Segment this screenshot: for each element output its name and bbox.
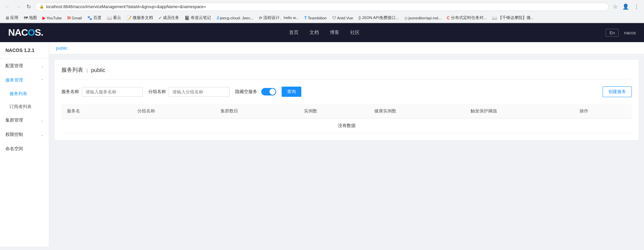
browser-toolbar: ← → ↻ 🔒 localhost:8848/nacos/#/serviceMa… bbox=[0, 0, 644, 13]
col-group-name: 分组名称 bbox=[132, 104, 215, 119]
sidebar-sub-service-list[interactable]: 服务列表 bbox=[0, 87, 49, 100]
col-threshold: 触发保护阈值 bbox=[465, 104, 574, 119]
cluster-management-chevron: ⌄ bbox=[41, 119, 43, 122]
tasks-icon: ✓ bbox=[158, 16, 162, 20]
group-name-group: 分组名称 bbox=[148, 87, 230, 97]
service-table: 服务名 分组名称 集群数目 实例数 健康实例数 触发保护阈值 操作 没有数据 bbox=[61, 104, 632, 133]
content-layout: NACOS 1.2.1 配置管理 ⌄ 服务管理 ⌃ 服务列表 订阅者列表 集群管… bbox=[0, 42, 644, 247]
bookmark-jsonapi-label: JSON API免费接口... bbox=[362, 15, 399, 20]
bookmark-maps[interactable]: 🗺 地图 bbox=[21, 14, 39, 21]
col-service-name: 服务名 bbox=[61, 104, 132, 119]
bookmark-distributed[interactable]: C 分布式定时任务对... bbox=[444, 14, 489, 21]
nav-blog[interactable]: 博客 bbox=[330, 30, 339, 36]
hide-empty-toggle[interactable] bbox=[261, 88, 276, 95]
bookmark-teambition[interactable]: T Teambition bbox=[302, 15, 329, 21]
nav-docs[interactable]: 文档 bbox=[309, 30, 319, 36]
kanyun-icon: 📖 bbox=[107, 16, 112, 20]
hide-empty-label: 隐藏空服务: bbox=[235, 89, 259, 95]
reload-button[interactable]: ↻ bbox=[25, 2, 32, 11]
sidebar-item-permission-control[interactable]: 权限控制 ⌄ bbox=[0, 127, 49, 142]
group-name-label: 分组名称 bbox=[148, 89, 166, 95]
cluster-management-label: 集群管理 bbox=[5, 117, 23, 123]
query-button[interactable]: 查询 bbox=[282, 87, 301, 97]
teambition-icon: T bbox=[304, 16, 307, 20]
bookmark-jsoneditor-label: jsoneditor/api.md... bbox=[409, 16, 441, 20]
bookmark-flow[interactable]: ⟳ 流程设计、hello w... bbox=[257, 14, 301, 21]
address-bar[interactable]: 🔒 localhost:8848/nacos/#/serviceManageme… bbox=[35, 3, 609, 11]
bookmark-antd[interactable]: 🛡 Antd Vue bbox=[330, 15, 356, 21]
bookmark-apps[interactable]: ⊞ 应用 bbox=[3, 14, 21, 21]
bookmark-jeecg-label: jeecg-cloud: Jeec... bbox=[220, 16, 253, 20]
back-button[interactable]: ← bbox=[3, 2, 12, 11]
bookmark-flow-label: 流程设计、hello w... bbox=[263, 15, 299, 20]
bookmark-youtube[interactable]: ▶ YouTube bbox=[40, 15, 64, 21]
top-nav-right: En nacos bbox=[606, 29, 636, 37]
service-name-input[interactable] bbox=[82, 87, 143, 97]
table-body: 没有数据 bbox=[61, 119, 632, 133]
user-label: nacos bbox=[624, 30, 636, 35]
toggle-knob bbox=[269, 89, 276, 95]
language-button[interactable]: En bbox=[606, 29, 619, 37]
breadcrumb-public[interactable]: public bbox=[56, 46, 68, 51]
bookmark-jsoneditor[interactable]: ◇ jsoneditor/api.md... bbox=[402, 15, 444, 21]
bookmark-tasks-label: 成员任务 bbox=[163, 15, 179, 20]
nav-home[interactable]: 首页 bbox=[289, 30, 299, 36]
bookmark-jeecg[interactable]: J jeecg-cloud: Jeec... bbox=[214, 15, 256, 21]
bookmark-gmail[interactable]: M Gmail bbox=[65, 15, 84, 21]
nav-community[interactable]: 社区 bbox=[350, 30, 360, 36]
bookmark-jsonapi[interactable]: {} JSON API免费接口... bbox=[356, 14, 401, 21]
config-management-label: 配置管理 bbox=[5, 63, 23, 69]
bookmark-microservice-label: 微服务文档 bbox=[133, 15, 153, 20]
namespace-label: 命名空间 bbox=[5, 146, 23, 152]
jsoneditor-icon: ◇ bbox=[404, 16, 408, 20]
page-header: 服务列表 | public bbox=[61, 67, 632, 79]
permission-control-label: 权限控制 bbox=[5, 131, 23, 138]
empty-state-text: 没有数据 bbox=[61, 119, 632, 133]
sidebar-item-namespace[interactable]: 命名空间 bbox=[0, 142, 49, 156]
forward-button[interactable]: → bbox=[14, 2, 22, 11]
bookmark-antd-label: Antd Vue bbox=[337, 16, 353, 20]
bookmark-apps-label: 应用 bbox=[10, 15, 18, 20]
bookmarks-bar: ⊞ 应用 🗺 地图 ▶ YouTube M Gmail 🐾 百度 📖 看云 📝 … bbox=[0, 13, 644, 23]
bookmark-baidu-label: 百度 bbox=[93, 15, 101, 20]
bookmark-kanyun[interactable]: 📖 看云 bbox=[105, 14, 124, 21]
bookmark-microservice[interactable]: 📝 微服务文档 bbox=[124, 14, 155, 21]
profile-button[interactable]: 👤 bbox=[621, 2, 630, 11]
nacos-app: NACOS. 首页 文档 博客 社区 En nacos NACOS 1.2.1 … bbox=[0, 23, 644, 247]
service-name-group: 服务名称 bbox=[61, 87, 143, 97]
maps-icon: 🗺 bbox=[24, 16, 28, 20]
col-actions: 操作 bbox=[574, 104, 632, 119]
lock-icon: 🔒 bbox=[39, 4, 44, 9]
baidu-icon: 🐾 bbox=[87, 16, 92, 20]
bookmark-maps-label: 地图 bbox=[29, 15, 37, 20]
service-management-label: 服务管理 bbox=[5, 77, 23, 83]
sidebar-item-config-management[interactable]: 配置管理 ⌄ bbox=[0, 59, 49, 73]
bookmark-notes[interactable]: 📓 有道云笔记 bbox=[182, 14, 213, 21]
service-name-label: 服务名称 bbox=[61, 89, 79, 95]
distributed-icon: C bbox=[447, 16, 450, 20]
search-bar: 服务名称 分组名称 隐藏空服务: 查询 创建服务 bbox=[61, 86, 632, 97]
permission-control-chevron: ⌄ bbox=[41, 133, 43, 137]
bookmark-qianjie[interactable]: 📖 【千锋达摩院】微... bbox=[490, 14, 536, 21]
page-title-namespace: public bbox=[91, 67, 105, 73]
menu-button[interactable]: ⋮ bbox=[632, 2, 641, 11]
youtube-icon: ▶ bbox=[42, 16, 45, 20]
service-management-chevron: ⌃ bbox=[41, 78, 43, 82]
sidebar: NACOS 1.2.1 配置管理 ⌄ 服务管理 ⌃ 服务列表 订阅者列表 集群管… bbox=[0, 42, 49, 247]
bookmark-baidu[interactable]: 🐾 百度 bbox=[85, 14, 104, 21]
bookmark-tasks[interactable]: ✓ 成员任务 bbox=[156, 14, 182, 21]
qianjie-icon: 📖 bbox=[492, 16, 497, 20]
col-instance-count: 实例数 bbox=[299, 104, 369, 119]
create-service-button[interactable]: 创建服务 bbox=[603, 86, 632, 97]
group-name-input[interactable] bbox=[169, 87, 230, 97]
sidebar-item-cluster-management[interactable]: 集群管理 ⌄ bbox=[0, 113, 49, 127]
extensions-button[interactable]: ☆ bbox=[611, 2, 619, 11]
page-title-divider: | bbox=[87, 68, 88, 73]
bookmark-qianjie-label: 【千锋达摩院】微... bbox=[498, 15, 534, 20]
sidebar-item-service-management[interactable]: 服务管理 ⌃ bbox=[0, 73, 49, 87]
sidebar-sub-subscriber-list[interactable]: 订阅者列表 bbox=[0, 100, 49, 113]
notes-icon: 📓 bbox=[185, 16, 190, 20]
bookmark-youtube-label: YouTube bbox=[46, 16, 62, 20]
bookmark-notes-label: 有道云笔记 bbox=[191, 15, 211, 20]
browser-actions: ☆ 👤 ⋮ bbox=[611, 2, 641, 11]
